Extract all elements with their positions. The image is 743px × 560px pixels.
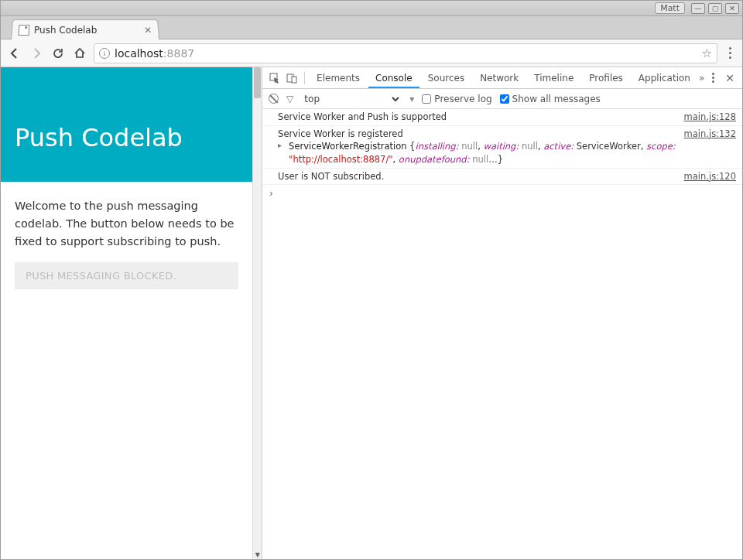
tab-title: Push Codelab — [34, 25, 145, 36]
window-close-button[interactable]: ✕ — [725, 3, 739, 14]
console-filterbar: ▽ top ▾ Preserve log Show all messages — [262, 89, 742, 109]
source-link[interactable]: main.js:128 — [684, 111, 736, 124]
scroll-thumb[interactable] — [254, 67, 261, 98]
window-minimize-button[interactable]: — — [691, 3, 705, 14]
browser-toolbar: i localhost:8887 ☆ — [1, 39, 742, 67]
bookmark-star-icon[interactable]: ☆ — [702, 46, 712, 60]
window-maximize-button[interactable]: ▢ — [708, 3, 722, 14]
content-area: Push Codelab Welcome to the push messagi… — [1, 67, 742, 559]
console-output: main.js:128 Service Worker and Push is s… — [262, 109, 742, 559]
forward-button[interactable] — [29, 46, 44, 61]
browser-tab[interactable]: Push Codelab ✕ — [11, 19, 159, 39]
reload-button[interactable] — [50, 46, 66, 61]
push-messaging-button[interactable]: PUSH MESSAGING BLOCKED. — [15, 262, 238, 289]
chevron-down-icon: ▾ — [409, 94, 414, 104]
filter-icon[interactable]: ▽ — [286, 94, 293, 104]
devtools-close-button[interactable]: ✕ — [722, 72, 738, 84]
scroll-down-arrow-icon[interactable]: ▼ — [253, 550, 262, 559]
message-text: User is NOT subscribed. — [278, 171, 384, 182]
devtools-menu-button[interactable] — [709, 73, 717, 83]
message-text: Service Worker and Push is supported — [278, 111, 447, 122]
console-message: main.js:132 Service Worker is registered… — [262, 126, 742, 169]
hero-banner: Push Codelab — [1, 67, 252, 182]
site-info-icon[interactable]: i — [99, 48, 110, 59]
url-text: localhost:8887 — [115, 47, 194, 60]
os-user-badge: Matt — [655, 2, 685, 14]
home-button[interactable] — [72, 46, 87, 61]
console-message: main.js:120 User is NOT subscribed. — [262, 169, 742, 186]
tab-sources[interactable]: Sources — [421, 68, 471, 88]
browser-window: Matt — ▢ ✕ Push Codelab ✕ i localhost:88… — [0, 0, 743, 560]
preserve-log-toggle[interactable]: Preserve log — [422, 94, 491, 104]
tab-console[interactable]: Console — [368, 68, 419, 88]
console-message: main.js:128 Service Worker and Push is s… — [262, 109, 742, 126]
tab-application[interactable]: Application — [632, 68, 697, 88]
clear-console-icon[interactable] — [269, 94, 279, 104]
device-toolbar-icon[interactable] — [284, 70, 300, 86]
browser-menu-button[interactable] — [724, 44, 736, 62]
svg-rect-2 — [292, 77, 296, 83]
page-scrollbar[interactable]: ▲ ▼ — [252, 67, 262, 559]
context-selector[interactable]: top — [301, 93, 402, 105]
address-bar[interactable]: i localhost:8887 ☆ — [94, 43, 717, 63]
separator — [304, 72, 305, 84]
tab-strip: Push Codelab ✕ — [1, 16, 742, 39]
expandable-object[interactable]: ServiceWorkerRegistration {installing: n… — [278, 140, 736, 166]
preserve-log-checkbox[interactable] — [422, 94, 431, 104]
tab-network[interactable]: Network — [473, 68, 526, 88]
console-prompt[interactable] — [262, 185, 742, 202]
show-all-toggle[interactable]: Show all messages — [500, 94, 601, 104]
inspect-element-icon[interactable] — [267, 70, 282, 86]
page-viewport: Push Codelab Welcome to the push messagi… — [1, 67, 252, 559]
back-button[interactable] — [7, 46, 22, 61]
tab-elements[interactable]: Elements — [310, 68, 367, 88]
overflow-tabs-icon[interactable]: » — [699, 73, 704, 84]
message-text: Service Worker is registered — [278, 128, 403, 139]
page-title: Push Codelab — [15, 123, 238, 152]
tab-profiles[interactable]: Profiles — [582, 68, 630, 88]
source-link[interactable]: main.js:120 — [684, 170, 736, 183]
show-all-checkbox[interactable] — [500, 94, 509, 104]
file-icon — [18, 25, 29, 36]
os-titlebar: Matt — ▢ ✕ — [1, 1, 742, 16]
devtools-panel: Elements Console Sources Network Timelin… — [262, 67, 742, 559]
source-link[interactable]: main.js:132 — [684, 128, 736, 141]
devtools-tabbar: Elements Console Sources Network Timelin… — [262, 67, 742, 89]
tab-close-button[interactable]: ✕ — [144, 25, 152, 36]
tab-timeline[interactable]: Timeline — [527, 68, 580, 88]
page-body-text: Welcome to the push messaging codelab. T… — [1, 182, 252, 259]
